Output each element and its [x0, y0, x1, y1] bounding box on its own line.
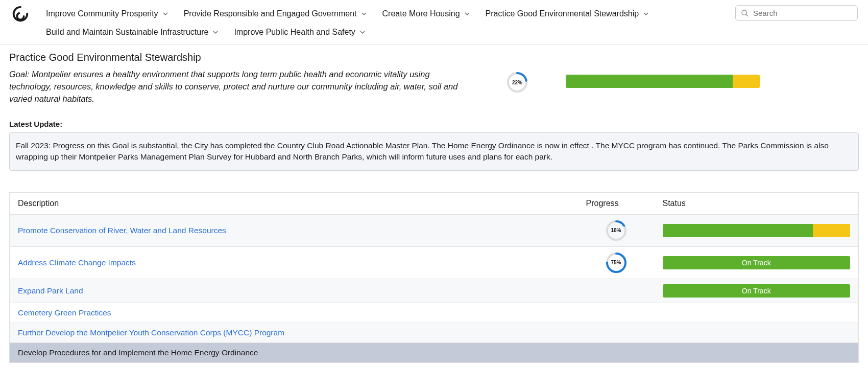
status-label: On Track	[663, 256, 851, 269]
site-header: Improve Community ProsperityProvide Resp…	[0, 0, 868, 44]
row-progress: 75%	[578, 246, 655, 279]
nav-item-label: Provide Responsible and Engaged Governme…	[184, 9, 357, 18]
row-description: Develop Procedures for and Implement the…	[10, 343, 578, 362]
row-link[interactable]: Promote Conservation of River, Water and…	[18, 226, 226, 235]
latest-update-box: Fall 2023: Progress on this Goal is subs…	[9, 132, 859, 171]
goals-table: Description Progress Status Promote Cons…	[9, 192, 859, 363]
nav-item[interactable]: Improve Community Prosperity	[46, 7, 168, 20]
row-status	[655, 343, 859, 362]
search-input[interactable]	[753, 9, 852, 17]
row-description: Promote Conservation of River, Water and…	[10, 214, 578, 246]
row-description: Expand Park Land	[10, 279, 578, 303]
goal-description: Goal: Montpelier ensures a healthy envir…	[9, 69, 469, 105]
donut-percent-label: 75%	[606, 252, 627, 273]
chevron-down-icon	[464, 11, 470, 17]
row-status	[655, 214, 859, 246]
status-segment-yellow	[733, 75, 760, 88]
table-row[interactable]: Expand Park LandOn Track	[10, 279, 859, 303]
row-description: Address Climate Change Impacts	[10, 246, 578, 279]
latest-update-label: Latest Update:	[9, 120, 859, 128]
row-link[interactable]: Cemetery Green Practices	[18, 308, 111, 317]
svg-line-2	[746, 14, 748, 16]
chevron-down-icon	[359, 29, 366, 35]
row-status: On Track	[655, 246, 859, 279]
status-bar	[663, 224, 851, 237]
donut-percent-label: 22%	[507, 72, 528, 93]
table-row[interactable]: Further Develop the Montpelier Youth Con…	[10, 323, 859, 343]
overall-status-cell	[566, 69, 760, 88]
nav-item-label: Improve Community Prosperity	[46, 9, 158, 18]
overall-status-bar	[566, 75, 760, 88]
row-link[interactable]: Address Climate Change Impacts	[18, 258, 136, 267]
site-logo[interactable]	[10, 5, 31, 28]
nav-item[interactable]: Practice Good Environmental Stewardship	[486, 7, 649, 20]
row-status: On Track	[655, 279, 859, 303]
page-title: Practice Good Environmental Stewardship	[9, 52, 859, 63]
row-link[interactable]: Further Develop the Montpelier Youth Con…	[18, 328, 284, 337]
row-progress: 16%	[578, 214, 655, 246]
nav-item-label: Improve Public Health and Safety	[234, 28, 355, 37]
nav-item[interactable]: Create More Housing	[382, 7, 470, 20]
chevron-down-icon	[212, 29, 219, 35]
row-progress	[578, 303, 655, 323]
row-status	[655, 323, 859, 343]
status-segment-yellow	[813, 224, 851, 237]
table-row[interactable]: Address Climate Change Impacts 75%On Tra…	[10, 246, 859, 279]
status-bar: On Track	[663, 256, 851, 269]
table-row[interactable]: Cemetery Green Practices	[10, 303, 859, 323]
nav-item[interactable]: Provide Responsible and Engaged Governme…	[184, 7, 367, 20]
row-progress	[578, 279, 655, 303]
status-bar: On Track	[663, 284, 851, 298]
status-segment-green	[663, 224, 813, 237]
search-box[interactable]	[735, 5, 858, 21]
svg-point-1	[742, 10, 746, 15]
svg-point-0	[17, 13, 23, 19]
page-content: Practice Good Environmental Stewardship …	[0, 44, 868, 378]
progress-donut: 75%	[606, 252, 627, 273]
chevron-down-icon	[162, 11, 168, 17]
main-nav: Improve Community ProsperityProvide Resp…	[46, 5, 720, 39]
progress-donut: 16%	[606, 220, 627, 241]
nav-item-label: Practice Good Environmental Stewardship	[486, 9, 639, 18]
row-link[interactable]: Expand Park Land	[18, 286, 83, 295]
table-row[interactable]: Develop Procedures for and Implement the…	[10, 343, 859, 362]
overall-progress-donut: 22%	[507, 72, 528, 93]
goal-summary-row: Goal: Montpelier ensures a healthy envir…	[9, 69, 859, 105]
search-icon	[741, 9, 749, 17]
chevron-down-icon	[361, 11, 367, 17]
row-progress	[578, 343, 655, 362]
nav-item-label: Create More Housing	[382, 9, 460, 18]
row-description: Further Develop the Montpelier Youth Con…	[10, 323, 578, 343]
status-label: On Track	[663, 284, 851, 298]
donut-percent-label: 16%	[606, 220, 627, 241]
overall-progress-cell: 22%	[489, 69, 545, 93]
nav-item[interactable]: Build and Maintain Sustainable Infrastru…	[46, 26, 219, 39]
status-segment-green	[566, 75, 733, 88]
nav-item-label: Build and Maintain Sustainable Infrastru…	[46, 28, 208, 37]
col-status: Status	[655, 192, 859, 214]
nav-item[interactable]: Improve Public Health and Safety	[234, 26, 365, 39]
col-description: Description	[10, 192, 578, 214]
row-status	[655, 303, 859, 323]
col-progress: Progress	[578, 192, 655, 214]
table-row[interactable]: Promote Conservation of River, Water and…	[10, 214, 859, 246]
chevron-down-icon	[643, 11, 649, 17]
row-progress	[578, 323, 655, 343]
row-description: Cemetery Green Practices	[10, 303, 578, 323]
